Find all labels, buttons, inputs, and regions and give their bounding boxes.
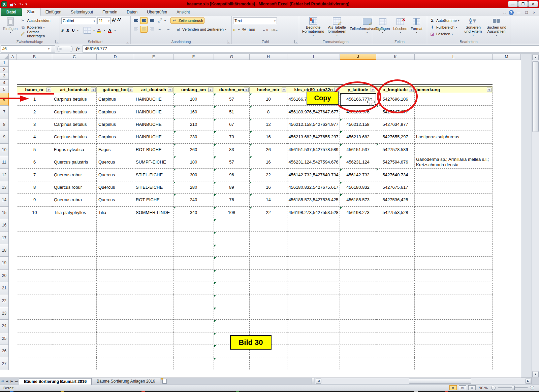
cell-I26[interactable] — [287, 345, 340, 357]
row-header-12[interactable]: 12 — [0, 169, 9, 181]
help-icon[interactable]: ? — [509, 10, 514, 15]
selected-cell-J6[interactable] — [340, 93, 376, 106]
cell-F15[interactable]: 340 — [173, 207, 214, 219]
filter-dropdown-icon[interactable]: ▼ — [46, 87, 51, 92]
align-middle-button[interactable] — [140, 17, 148, 24]
cell-D15[interactable]: Tilia — [97, 207, 134, 219]
cell-H27[interactable] — [250, 357, 287, 370]
cell-C13[interactable]: Quercus robur — [52, 181, 97, 194]
cell-D10[interactable]: Fagus — [97, 144, 134, 156]
cell-F17[interactable] — [173, 231, 214, 244]
cell-J14[interactable]: 456185.573 — [340, 194, 376, 206]
cell-C23[interactable] — [52, 307, 97, 320]
table-header-x_longitude[interactable]: x_longitude▼ — [376, 86, 415, 93]
cell-C24[interactable] — [52, 320, 97, 332]
cell-H8[interactable]: 12 — [250, 118, 287, 131]
tab-start[interactable]: Start — [22, 8, 40, 16]
cell-L13[interactable] — [415, 181, 493, 194]
row-header-15[interactable]: 15 — [0, 207, 9, 219]
wrap-text-button[interactable]: ↩ Zeilenumbruch — [170, 17, 204, 24]
cell-B15[interactable]: 10 — [17, 207, 52, 219]
cell-G17[interactable] — [214, 231, 250, 244]
scroll-right-icon[interactable]: ▶ — [525, 379, 531, 384]
cell-C21[interactable] — [52, 282, 97, 294]
cell-D9[interactable]: Carpinus — [97, 131, 134, 143]
cell-C14[interactable]: Quercus rubra — [52, 194, 97, 206]
cell-E20[interactable] — [134, 270, 173, 282]
filter-dropdown-icon[interactable]: ▼ — [282, 87, 286, 92]
cell-G13[interactable]: 89 — [214, 181, 250, 194]
cell-C7[interactable]: Carpinus betulus — [52, 106, 97, 118]
cell-H21[interactable] — [250, 282, 287, 294]
cell-L9[interactable]: Laetiporus sulphureus — [415, 131, 493, 143]
cell-I17[interactable] — [287, 231, 340, 244]
cell-C26[interactable] — [52, 345, 97, 357]
cell-D8[interactable]: Carpinus — [97, 118, 134, 131]
cell-E26[interactable] — [134, 345, 173, 357]
cell-D17[interactable] — [97, 231, 134, 244]
column-header-K[interactable]: K — [376, 54, 415, 60]
tab-ueberpruefen[interactable]: Überprüfen — [142, 9, 172, 16]
row-header-13[interactable]: 13 — [0, 181, 9, 194]
cell-I22[interactable] — [287, 294, 340, 307]
decrease-indent-button[interactable]: ⇤ — [156, 26, 164, 33]
cell-H25[interactable] — [250, 332, 287, 345]
cell-B22[interactable] — [17, 294, 52, 307]
table-header-y_latitude[interactable]: y_latitude▼ — [340, 86, 376, 93]
cell-J7[interactable]: 456189.976 — [340, 106, 376, 118]
table-header-umfang_cm[interactable]: umfang_cm▼ — [173, 86, 214, 93]
insert-worksheet-button[interactable] — [160, 378, 169, 385]
cell-I9[interactable]: 456213.682,5427655.297 — [287, 131, 340, 143]
cell-I14[interactable]: 456185.573,5427536.425 — [287, 194, 340, 206]
row-header-14[interactable]: 14 — [0, 194, 9, 206]
column-header-D[interactable]: D — [97, 54, 134, 60]
cell-C25[interactable] — [52, 332, 97, 345]
cell-D21[interactable] — [97, 282, 134, 294]
cell-G18[interactable] — [214, 244, 250, 257]
cell-K21[interactable] — [376, 282, 415, 294]
cell-I18[interactable] — [287, 244, 340, 257]
cell-E9[interactable]: HAINBUCHE — [134, 131, 173, 143]
cell-H18[interactable] — [250, 244, 287, 257]
cell-G12[interactable]: 96 — [214, 169, 250, 181]
select-all-corner[interactable] — [0, 54, 9, 60]
zoom-out-button[interactable]: − — [491, 386, 496, 390]
cell-L19[interactable] — [415, 257, 493, 269]
cell-G8[interactable]: 67 — [214, 118, 250, 131]
cell-B23[interactable] — [17, 307, 52, 320]
cell-H17[interactable] — [250, 231, 287, 244]
insert-function-icon[interactable]: fx — [76, 46, 80, 51]
cell-L26[interactable] — [415, 345, 493, 357]
row-header-6[interactable]: 6 — [0, 93, 9, 106]
cell-B11[interactable]: 6 — [17, 156, 52, 169]
align-left-button[interactable] — [132, 26, 139, 33]
filter-dropdown-icon[interactable]: ▼ — [487, 87, 492, 92]
cell-H24[interactable] — [250, 320, 287, 332]
cell-L10[interactable] — [415, 144, 493, 156]
cell-D19[interactable] — [97, 257, 134, 269]
workbook-minimize-button[interactable]: — — [516, 11, 522, 14]
cell-G23[interactable] — [214, 307, 250, 320]
cell-F20[interactable] — [173, 270, 214, 282]
font-color-button[interactable]: A — [107, 28, 112, 33]
cell-B24[interactable] — [17, 320, 52, 332]
cell-B16[interactable] — [17, 219, 52, 231]
font-family-select[interactable]: Calibri▾ — [61, 17, 96, 24]
cell-I10[interactable]: 456151.537,5427578.589 — [287, 144, 340, 156]
decrease-decimal-button[interactable]: ,00→ — [271, 28, 278, 32]
cell-K12[interactable]: 5427640.734 — [376, 169, 415, 181]
close-button[interactable]: ✕ — [528, 1, 538, 7]
tab-formeln[interactable]: Formeln — [98, 9, 122, 16]
cell-J23[interactable] — [340, 307, 376, 320]
cell-J13[interactable]: 456180.832 — [340, 181, 376, 194]
cell-B17[interactable] — [17, 231, 52, 244]
cell-K11[interactable]: 5427594,676 — [376, 156, 415, 169]
cell-H15[interactable]: 22 — [250, 207, 287, 219]
cell-I21[interactable] — [287, 282, 340, 294]
horizontal-scroll-thumb[interactable] — [409, 379, 471, 384]
bold-button[interactable]: F — [61, 28, 64, 33]
customize-qat-button[interactable]: ▾ — [25, 1, 28, 7]
cell-G26[interactable] — [214, 345, 250, 357]
cell-J26[interactable] — [340, 345, 376, 357]
row-header-5[interactable]: 5 — [0, 86, 9, 93]
